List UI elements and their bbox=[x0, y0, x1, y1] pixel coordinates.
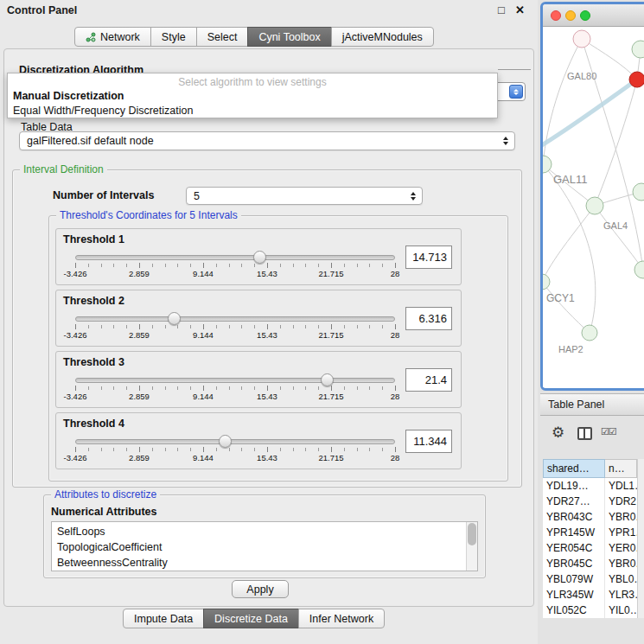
node-gcy1[interactable] bbox=[543, 274, 550, 290]
tick-label: -3.426 bbox=[64, 453, 87, 462]
number-of-intervals-combobox[interactable]: 5 bbox=[186, 187, 423, 205]
threshold-4-slider-thumb[interactable] bbox=[219, 435, 232, 448]
cell: YER0… bbox=[605, 540, 637, 556]
tick-label: -3.426 bbox=[64, 392, 87, 401]
table-row[interactable]: YDR27…YDR2… bbox=[543, 494, 637, 509]
window-close-icon[interactable] bbox=[551, 10, 561, 21]
scrollbar-thumb[interactable] bbox=[468, 523, 476, 545]
combobox-stepper-icon[interactable] bbox=[509, 85, 523, 99]
tick-label: 21.715 bbox=[318, 453, 343, 462]
window-zoom-icon[interactable] bbox=[580, 10, 590, 21]
node[interactable] bbox=[633, 183, 644, 201]
table-scrollbar[interactable] bbox=[637, 459, 644, 618]
table-row[interactable]: YLR345WYLR3… bbox=[543, 587, 637, 603]
threshold-4-slider[interactable]: -3.426 2.859 9.144 15.43 21.715 28 bbox=[75, 434, 395, 467]
tab-select[interactable]: Select bbox=[196, 27, 249, 47]
tick-label: 2.859 bbox=[129, 453, 150, 462]
algorithm-combobox-fragment[interactable] bbox=[494, 82, 526, 101]
list-item[interactable]: BetweennessCentrality bbox=[52, 555, 477, 571]
threshold-3-value-field[interactable]: 21.4 bbox=[405, 368, 452, 392]
slider-track[interactable] bbox=[75, 439, 395, 444]
node-gal80[interactable] bbox=[573, 30, 590, 48]
table-row[interactable]: YPR145WYPR1… bbox=[543, 525, 637, 540]
cell: YBR043C bbox=[543, 509, 605, 525]
table-panel: ⚙ ☑☑ shared… n… YDL19…YDL1… YDR27…YDR2… … bbox=[540, 416, 644, 644]
tick-label: 2.859 bbox=[129, 269, 150, 278]
network-canvas[interactable]: GAL80 GAL11 GAL4 GCY1 HAP2 bbox=[543, 27, 644, 387]
dropdown-option-equal-width-frequency[interactable]: Equal Width/Frequency Discretization bbox=[13, 105, 193, 117]
select-columns-icon[interactable]: ☑☑ bbox=[601, 426, 616, 437]
threshold-3-slider-thumb[interactable] bbox=[321, 373, 334, 386]
threshold-3-slider[interactable]: -3.426 2.859 9.144 15.43 21.715 28 bbox=[75, 373, 395, 405]
tab-label: Network bbox=[100, 31, 140, 43]
tab-jactivemnodules[interactable]: jActiveMNodules bbox=[331, 27, 434, 47]
slider-track[interactable] bbox=[75, 316, 395, 322]
table-panel-titlebar[interactable]: Table Panel bbox=[540, 393, 644, 416]
threshold-4-value-field[interactable]: 11.344 bbox=[405, 430, 452, 453]
tab-label: Select bbox=[207, 31, 238, 43]
column-header-name[interactable]: n… bbox=[605, 459, 637, 478]
dropdown-option-manual-discretization[interactable]: Manual Discretization bbox=[13, 90, 124, 102]
cell: YLR345W bbox=[543, 587, 605, 603]
threshold-2-value-field[interactable]: 6.316 bbox=[405, 307, 452, 330]
table-header-row: shared… n… bbox=[543, 459, 637, 478]
table-data-combobox[interactable]: galFiltered.sif default node bbox=[19, 131, 515, 150]
thresholds-group: Threshold's Coordinates for 5 Intervals … bbox=[48, 215, 508, 481]
tick-label: 9.144 bbox=[193, 453, 214, 462]
tick-label: 15.43 bbox=[257, 269, 277, 278]
window-minimize-icon[interactable] bbox=[565, 10, 576, 21]
table-row[interactable]: YBR043CYBR0… bbox=[543, 509, 637, 525]
threshold-1-value-field[interactable]: 14.713 bbox=[405, 245, 452, 269]
threshold-3-box: Threshold 3 -3.426 2.859 9.144 15.43 21.… bbox=[55, 351, 462, 408]
threshold-2-label: Threshold 2 bbox=[63, 295, 124, 307]
columns-icon[interactable] bbox=[577, 427, 592, 440]
tab-label: Cyni Toolbox bbox=[258, 31, 320, 43]
node[interactable] bbox=[634, 261, 644, 278]
control-panel-title: Control Panel bbox=[7, 4, 77, 16]
float-window-icon[interactable]: □ bbox=[498, 3, 505, 16]
table-row[interactable]: YDL19…YDL1… bbox=[543, 478, 637, 494]
tab-infer-network[interactable]: Infer Network bbox=[298, 609, 385, 628]
thresholds-group-title: Threshold's Coordinates for 5 Intervals bbox=[56, 209, 241, 221]
threshold-1-slider[interactable]: -3.426 2.859 9.144 15.43 21.715 28 bbox=[75, 250, 395, 283]
threshold-2-slider[interactable]: -3.426 2.859 9.144 15.43 21.715 28 bbox=[75, 311, 395, 344]
node-hap2[interactable] bbox=[582, 325, 597, 341]
list-item[interactable]: SelfLoops bbox=[52, 522, 477, 539]
interval-definition-title: Interval Definition bbox=[20, 163, 107, 175]
tab-impute-data[interactable]: Impute Data bbox=[123, 609, 204, 628]
slider-track[interactable] bbox=[75, 378, 395, 383]
slider-track[interactable] bbox=[75, 255, 395, 260]
table-row[interactable]: YIL052CYIL0… bbox=[543, 603, 637, 618]
table-row[interactable]: YBR045CYBR0… bbox=[543, 556, 637, 571]
tab-discretize-data[interactable]: Discretize Data bbox=[203, 609, 299, 628]
tab-cyni-toolbox[interactable]: Cyni Toolbox bbox=[247, 27, 331, 47]
tab-network[interactable]: Network bbox=[74, 27, 151, 47]
threshold-2-slider-thumb[interactable] bbox=[168, 312, 181, 325]
cell: YIL052C bbox=[543, 603, 605, 618]
table-row[interactable]: YER054CYER0… bbox=[543, 540, 637, 556]
column-header-shared-name[interactable]: shared… bbox=[543, 459, 605, 478]
list-item[interactable]: TopologicalCoefficient bbox=[52, 539, 477, 555]
cell: YBR045C bbox=[543, 556, 605, 571]
table-row[interactable]: YBL079WYBL0… bbox=[543, 571, 637, 587]
combobox-stepper-icon bbox=[411, 192, 416, 201]
network-view-window[interactable]: GAL80 GAL11 GAL4 GCY1 HAP2 bbox=[540, 2, 644, 391]
tick-label: 21.715 bbox=[318, 330, 343, 340]
tab-style[interactable]: Style bbox=[150, 27, 197, 47]
node-selected-red[interactable] bbox=[629, 72, 644, 87]
slider-major-ticks bbox=[75, 324, 396, 329]
close-icon[interactable]: ✕ bbox=[515, 3, 525, 16]
dropdown-prompt: Select algorithm to view settings bbox=[8, 76, 497, 88]
cell: YDR2… bbox=[605, 494, 637, 509]
threshold-1-slider-thumb[interactable] bbox=[253, 251, 266, 264]
cell: YBR0… bbox=[605, 509, 637, 525]
table-data-value: galFiltered.sif default node bbox=[27, 135, 154, 147]
gear-icon[interactable]: ⚙ bbox=[552, 424, 564, 442]
tick-label: 28 bbox=[391, 269, 400, 278]
top-tab-bar: Network Style Select Cyni Toolbox jActiv… bbox=[74, 27, 434, 47]
apply-button[interactable]: Apply bbox=[232, 580, 289, 598]
node-gal4[interactable] bbox=[586, 197, 603, 214]
node[interactable] bbox=[632, 41, 644, 58]
numerical-attributes-list[interactable]: SelfLoops TopologicalCoefficient Between… bbox=[51, 521, 478, 571]
list-scrollbar[interactable] bbox=[466, 522, 477, 571]
